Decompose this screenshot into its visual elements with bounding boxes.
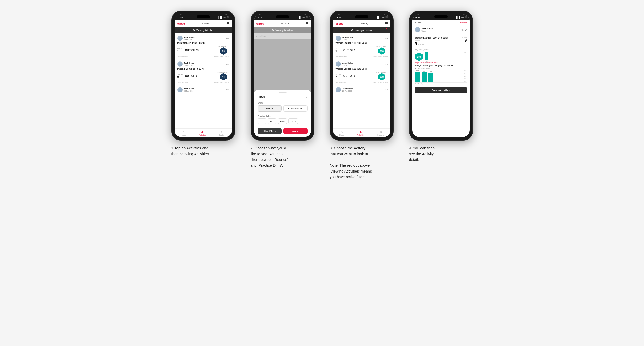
home-label-1: Home: [181, 134, 186, 136]
activities-icon-3: ♟: [359, 130, 362, 134]
filter-actions: Clear Filters Apply: [258, 128, 308, 134]
hex-3-1: 130: [378, 47, 386, 55]
notch-pill-4: [434, 15, 448, 18]
drill-chip-arg[interactable]: ARG: [278, 118, 287, 124]
activities-label-3: Activities: [357, 134, 365, 136]
expand-icon[interactable]: ⤢: [465, 28, 467, 31]
time-1: 13:20: [177, 16, 183, 19]
signal-icons-3: ▌▌▌ wifi ⬛: [377, 16, 388, 18]
shot-quality-1-2: Shot Quality 45: [218, 71, 229, 80]
filter-icon-2: ⚙: [272, 29, 274, 32]
nav-home-1[interactable]: ⌂ Home: [181, 130, 186, 136]
drill-chip-app[interactable]: APP: [268, 118, 276, 124]
card-header-1-1: Josh Coles 28 Feb 2023 •••: [177, 36, 229, 41]
signal-icons-4: ▌▌▌ wifi ⬛: [456, 16, 467, 18]
back-button[interactable]: < Back: [415, 22, 422, 24]
phones-container: 13:20 ▌▌▌ wifi ⬛ clippd Activity ☰ ⚙: [167, 11, 477, 180]
card-header-3-2: Josh Coles Today •••: [336, 61, 388, 67]
detail-user-name: Josh Coles: [422, 28, 433, 30]
app-header-3: clippd Activity ☰: [333, 20, 390, 27]
dots-menu-3-1[interactable]: •••: [385, 37, 388, 40]
mini-bar-area: 130 APP: [425, 52, 467, 62]
drill-title-3-2: Wedge Ladder (100–140 yds): [336, 67, 388, 70]
outof-1-2: OUT OF 9: [185, 75, 197, 78]
drill-chip-putt[interactable]: PUTT: [288, 118, 298, 124]
card-header-1-3: Josh Coles 28 Feb 2023 •••: [177, 87, 229, 92]
phone-4-screen: 13:21 ▌▌▌ wifi ⬛ < Back Cancel: [412, 14, 470, 137]
status-bar-4: 13:21 ▌▌▌ wifi ⬛: [412, 14, 470, 20]
filter-toggle-row: Rounds Practice Drills: [258, 105, 308, 112]
filter-icon-1: ⚙: [193, 29, 195, 32]
clear-filters-button[interactable]: Clear Filters: [258, 128, 282, 134]
red-dot-3: [386, 28, 387, 29]
viewing-banner-1[interactable]: ⚙ Viewing Activities: [175, 27, 232, 33]
back-to-activities-button[interactable]: Back to Activities: [415, 87, 467, 93]
activity-card-1-2[interactable]: Josh Coles 28 Feb 2023 ••• Putting Combi…: [175, 59, 232, 85]
drill-chip-ott[interactable]: OTT: [258, 118, 266, 124]
capture-label-3: Capture: [377, 134, 384, 136]
edit-icon[interactable]: ✎: [461, 28, 464, 31]
viewing-banner-3[interactable]: ⚙ Viewing Activities: [333, 27, 390, 33]
dots-menu-1-3[interactable]: •••: [226, 88, 229, 91]
activity-card-1-1[interactable]: Josh Coles 28 Feb 2023 ••• Must Make Put…: [175, 33, 232, 59]
activity-card-3-1[interactable]: Josh Coles Today ••• Wedge Ladder (100–1…: [333, 33, 390, 59]
menu-icon-1[interactable]: ☰: [227, 22, 229, 25]
user-info-1-3: Josh Coles 28 Feb 2023: [184, 88, 195, 92]
logo-2: clippd: [256, 22, 264, 25]
dots-menu-3-3[interactable]: •••: [385, 88, 388, 91]
detail-drill-name: Wedge Ladder (100–140 yds): [415, 36, 460, 40]
menu-icon-3[interactable]: ☰: [385, 22, 388, 25]
phone-3-col: 13:20 ▌▌▌ wifi ⬛ clippd Activity ☰ ⚙: [326, 11, 398, 180]
dots-menu-3-2[interactable]: •••: [385, 62, 388, 66]
activity-card-3-3[interactable]: Josh Coles 28 Feb 2023 •••: [333, 85, 390, 95]
app-header-2: clippd Activity ☰: [254, 20, 311, 27]
dots-menu-1-1[interactable]: •••: [226, 37, 229, 40]
hex-1-2: 45: [220, 73, 227, 80]
app-title-3: Activity: [360, 22, 368, 25]
nav-home-3[interactable]: ⌂ Home: [339, 130, 344, 136]
bar-3: 124: [428, 71, 433, 82]
time-4: 13:21: [415, 16, 420, 19]
user-name-1-1: Josh Coles: [184, 36, 195, 39]
filter-close-button[interactable]: ✕: [305, 96, 308, 99]
signal-icons-2: ▌▌▌ wifi ⬛: [298, 16, 308, 18]
show-label: Show: [258, 102, 308, 104]
phone-4-col: 13:21 ▌▌▌ wifi ⬛ < Back Cancel: [405, 11, 477, 163]
user-info-3-1: Josh Coles Today: [342, 36, 353, 40]
app-header-1: clippd Activity ☰: [175, 20, 232, 27]
user-name-3-1: Josh Coles: [342, 36, 353, 39]
viewing-text-2: Viewing Activities: [275, 29, 293, 32]
user-date-3-3: 28 Feb 2023: [342, 90, 353, 92]
shot-quality-1-1: Shot Quality 75: [218, 46, 229, 55]
phone-1-screen: 13:20 ▌▌▌ wifi ⬛ clippd Activity ☰ ⚙: [175, 14, 232, 137]
nav-activities-3[interactable]: ♟ Activities: [357, 130, 365, 136]
avatar-3-1: [336, 36, 341, 41]
shot-quality-3-2: Shot Quality 118: [376, 71, 388, 80]
outof-3-1: OUT OF 9: [343, 49, 355, 52]
nav-activities-1[interactable]: ♟ Activities: [199, 130, 206, 136]
session-drill-title: Wedge Ladder (100–140 yds) - 06 Mar 23: [415, 64, 467, 67]
capture-label-1: Capture: [219, 134, 225, 136]
detail-user-row: Josh Coles Today ✎ ⤢: [412, 25, 470, 34]
phone-2-col: 13:21 ▌▌▌ wifi ⬛ clippd Activity ☰ ⚙: [247, 11, 318, 169]
activity-card-1-3[interactable]: Josh Coles 28 Feb 2023 •••: [175, 85, 232, 95]
time-3: 13:20: [336, 16, 341, 19]
user-info-3-3: Josh Coles 28 Feb 2023: [342, 88, 353, 92]
stats-row-3-1: Score 9 OUT OF 9 Shot Quality 130: [336, 46, 388, 55]
hex-1-1: 75: [220, 47, 227, 55]
avatar-4: [415, 27, 420, 32]
filter-sheet[interactable]: Filter ✕ Show Rounds Practice Drills Pra…: [254, 90, 311, 137]
logo-1: clippd: [177, 22, 185, 25]
activity-card-3-2[interactable]: Josh Coles Today ••• Wedge Ladder (100–1…: [333, 59, 390, 85]
dots-menu-1-2[interactable]: •••: [226, 62, 229, 66]
user-date-1-3: 28 Feb 2023: [184, 90, 195, 92]
menu-icon-2[interactable]: ☰: [306, 22, 309, 25]
rounds-toggle[interactable]: Rounds: [258, 105, 282, 112]
apply-button[interactable]: Apply: [283, 128, 308, 134]
nav-capture-1[interactable]: ⊕ Capture: [219, 130, 225, 136]
score-group-3-2: Score 7: [336, 74, 341, 78]
card-footer-3-1: Test Information Data: Clippd Capture: [336, 56, 388, 57]
practice-drills-toggle[interactable]: Practice Drills: [283, 105, 308, 112]
cancel-button[interactable]: Cancel: [460, 22, 467, 24]
nav-capture-3[interactable]: ⊕ Capture: [377, 130, 384, 136]
